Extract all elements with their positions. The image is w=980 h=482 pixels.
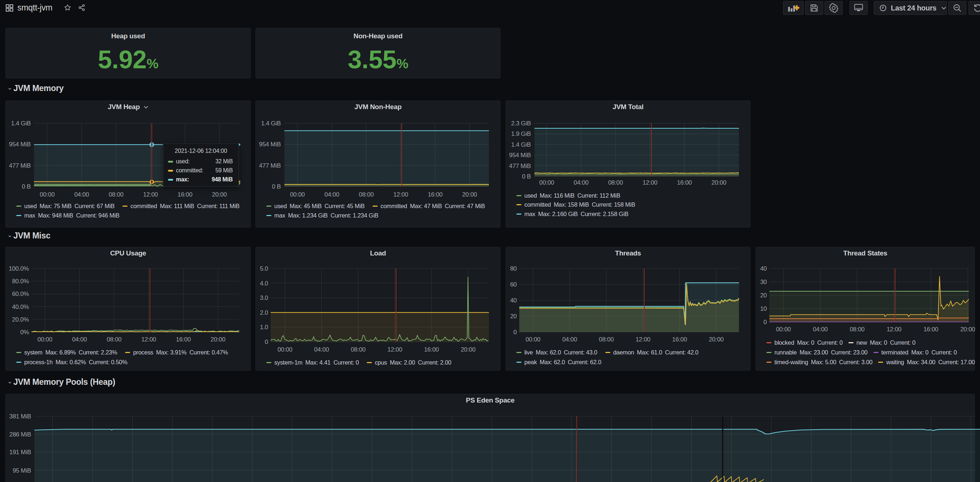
svg-text:20:00: 20:00 xyxy=(211,336,226,343)
svg-text:00:00: 00:00 xyxy=(776,326,791,333)
svg-text:4.0: 4.0 xyxy=(260,280,268,287)
svg-text:00:00: 00:00 xyxy=(277,346,292,353)
svg-text:12:00: 12:00 xyxy=(886,326,901,333)
svg-text:40: 40 xyxy=(760,265,767,272)
svg-text:20.0%: 20.0% xyxy=(12,316,29,323)
svg-text:477 MiB: 477 MiB xyxy=(9,162,31,169)
svg-text:286 MiB: 286 MiB xyxy=(10,431,31,438)
svg-text:08:00: 08:00 xyxy=(850,326,864,333)
svg-text:20: 20 xyxy=(510,313,517,320)
svg-text:80: 80 xyxy=(510,265,517,272)
svg-text:12:00: 12:00 xyxy=(143,191,158,198)
svg-text:12:00: 12:00 xyxy=(387,346,402,353)
svg-text:16:00: 16:00 xyxy=(177,191,192,198)
svg-text:00:00: 00:00 xyxy=(290,191,305,198)
svg-text:16:00: 16:00 xyxy=(176,336,191,343)
svg-text:1.4 GiB: 1.4 GiB xyxy=(261,120,281,127)
svg-text:12:00: 12:00 xyxy=(393,191,408,198)
svg-text:04:00: 04:00 xyxy=(562,336,577,343)
svg-text:00:00: 00:00 xyxy=(539,179,554,186)
svg-text:40: 40 xyxy=(510,297,517,304)
svg-text:10: 10 xyxy=(760,305,767,312)
svg-text:1.9 GiB: 1.9 GiB xyxy=(511,130,531,137)
svg-text:16:00: 16:00 xyxy=(424,346,439,353)
svg-text:2.0: 2.0 xyxy=(260,309,268,316)
svg-text:00:00: 00:00 xyxy=(40,191,54,198)
svg-text:08:00: 08:00 xyxy=(599,336,614,343)
svg-text:0: 0 xyxy=(514,329,517,336)
svg-text:20: 20 xyxy=(760,292,767,299)
svg-text:100.0%: 100.0% xyxy=(9,265,29,272)
svg-text:477 MiB: 477 MiB xyxy=(509,162,531,169)
svg-text:5.0: 5.0 xyxy=(260,265,268,272)
svg-text:04:00: 04:00 xyxy=(813,326,827,333)
svg-text:95 MiB: 95 MiB xyxy=(13,467,31,474)
svg-text:12:00: 12:00 xyxy=(636,336,651,343)
svg-text:191 MiB: 191 MiB xyxy=(10,449,31,456)
svg-text:3.0: 3.0 xyxy=(260,294,268,301)
svg-text:0 B: 0 B xyxy=(272,183,281,190)
svg-text:08:00: 08:00 xyxy=(608,179,623,186)
svg-text:477 MiB: 477 MiB xyxy=(259,162,281,169)
svg-text:30: 30 xyxy=(760,278,767,285)
svg-text:20:00: 20:00 xyxy=(960,326,975,333)
svg-text:1.0: 1.0 xyxy=(260,324,268,331)
svg-text:20:00: 20:00 xyxy=(711,179,726,186)
svg-text:16:00: 16:00 xyxy=(428,191,443,198)
svg-text:04:00: 04:00 xyxy=(72,336,87,343)
svg-text:60: 60 xyxy=(510,281,517,288)
svg-text:00:00: 00:00 xyxy=(525,336,540,343)
svg-text:1.4 GiB: 1.4 GiB xyxy=(11,120,31,127)
svg-text:08:00: 08:00 xyxy=(109,191,124,198)
svg-text:20:00: 20:00 xyxy=(709,336,724,343)
svg-text:16:00: 16:00 xyxy=(677,179,692,186)
svg-text:00:00: 00:00 xyxy=(38,336,52,343)
svg-text:20:00: 20:00 xyxy=(212,191,227,198)
svg-text:0: 0 xyxy=(265,339,268,345)
svg-text:08:00: 08:00 xyxy=(107,336,121,343)
svg-text:954 MiB: 954 MiB xyxy=(509,152,531,159)
svg-text:381 MiB: 381 MiB xyxy=(10,413,31,420)
svg-text:0 B: 0 B xyxy=(22,183,31,190)
svg-text:08:00: 08:00 xyxy=(359,191,374,198)
svg-text:12:00: 12:00 xyxy=(643,179,657,186)
svg-text:954 MiB: 954 MiB xyxy=(9,141,31,148)
svg-text:04:00: 04:00 xyxy=(574,179,589,186)
svg-text:80.0%: 80.0% xyxy=(12,278,29,285)
svg-text:40.0%: 40.0% xyxy=(12,304,29,310)
svg-text:16:00: 16:00 xyxy=(923,326,938,333)
svg-text:20:00: 20:00 xyxy=(461,346,476,353)
svg-text:08:00: 08:00 xyxy=(351,346,366,353)
svg-text:04:00: 04:00 xyxy=(74,191,89,198)
svg-text:1.4 GiB: 1.4 GiB xyxy=(511,141,531,148)
svg-text:04:00: 04:00 xyxy=(325,191,339,198)
svg-text:04:00: 04:00 xyxy=(314,346,329,353)
svg-text:0: 0 xyxy=(764,319,767,326)
svg-text:0 B: 0 B xyxy=(522,173,531,180)
svg-text:954 MiB: 954 MiB xyxy=(259,141,281,148)
svg-text:0%: 0% xyxy=(20,329,29,336)
svg-text:60.0%: 60.0% xyxy=(12,291,29,297)
svg-text:2.3 GiB: 2.3 GiB xyxy=(511,120,531,127)
svg-text:16:00: 16:00 xyxy=(672,336,687,343)
svg-text:12:00: 12:00 xyxy=(141,336,156,343)
svg-text:20:00: 20:00 xyxy=(462,191,477,198)
